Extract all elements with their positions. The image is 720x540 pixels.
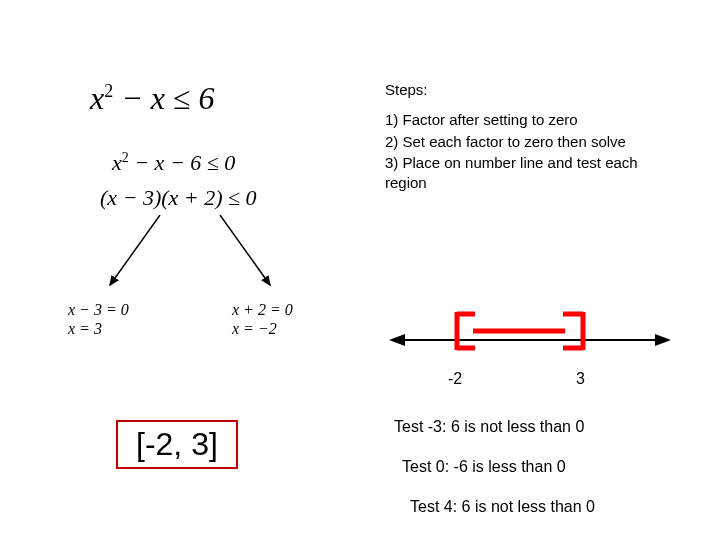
factor-left-solution: x = 3	[68, 319, 129, 338]
test-minus3: Test -3: 6 is not less than 0	[394, 418, 584, 436]
inequality-factored: (x − 3)(x + 2) ≤ 0	[100, 185, 257, 211]
svg-line-1	[220, 215, 270, 285]
test-0: Test 0: -6 is less than 0	[402, 458, 566, 476]
svg-line-0	[110, 215, 160, 285]
answer-interval: [-2, 3]	[116, 420, 238, 469]
number-line	[385, 300, 675, 360]
inequality-original: x2 − x ≤ 6	[90, 80, 215, 117]
number-line-label-3: 3	[576, 370, 585, 388]
inequality-zero-form: x2 − x − 6 ≤ 0	[112, 150, 235, 176]
factor-left: x − 3 = 0 x = 3	[68, 300, 129, 338]
factor-right: x + 2 = 0 x = −2	[232, 300, 293, 338]
factor-left-equation: x − 3 = 0	[68, 300, 129, 319]
factor-right-solution: x = −2	[232, 319, 293, 338]
factor-right-equation: x + 2 = 0	[232, 300, 293, 319]
steps-panel: Steps: 1) Factor after setting to zero 2…	[385, 80, 645, 194]
factor-fork-arrows	[100, 215, 300, 295]
step-1: 1) Factor after setting to zero	[385, 110, 645, 130]
steps-title: Steps:	[385, 80, 645, 100]
step-2: 2) Set each factor to zero then solve	[385, 132, 645, 152]
step-3: 3) Place on number line and test each re…	[385, 153, 645, 194]
number-line-label-minus2: -2	[448, 370, 462, 388]
test-4: Test 4: 6 is not less than 0	[410, 498, 595, 516]
